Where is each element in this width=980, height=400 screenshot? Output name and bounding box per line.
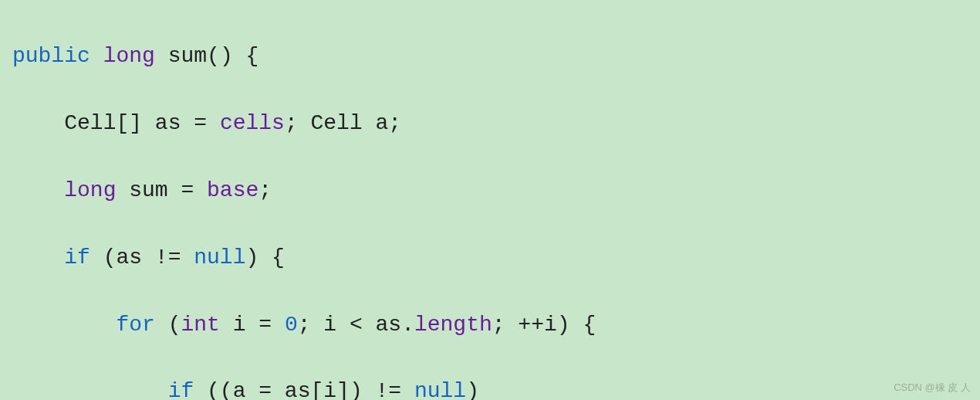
parens: () bbox=[207, 44, 233, 68]
code-line-1: public long sum() { bbox=[12, 39, 968, 73]
function-name: sum bbox=[168, 44, 207, 68]
number-zero: 0 bbox=[285, 313, 298, 337]
keyword-for: for bbox=[116, 313, 154, 337]
watermark: CSDN @橡 皮 人 bbox=[894, 380, 971, 395]
keyword-int: int bbox=[181, 313, 219, 337]
keyword-long: long bbox=[103, 44, 155, 68]
code-block: public long sum() { Cell[] as = cells; C… bbox=[12, 6, 968, 400]
code-line-5: for (int i = 0; i < as.length; ++i) { bbox=[12, 308, 968, 341]
keyword-if: if bbox=[168, 379, 194, 400]
code-line-6: if ((a = as[i]) != null) bbox=[12, 375, 968, 400]
open-brace: { bbox=[233, 44, 259, 68]
code-line-4: if (as != null) { bbox=[12, 241, 968, 274]
code-line-2: Cell[] as = cells; Cell a; bbox=[12, 107, 968, 140]
keyword-null: null bbox=[194, 246, 245, 269]
field-length: length bbox=[414, 313, 492, 337]
field-base: base bbox=[207, 178, 259, 202]
keyword-long: long bbox=[64, 178, 116, 202]
keyword-null: null bbox=[414, 379, 466, 400]
field-cells: cells bbox=[220, 111, 285, 135]
keyword-public: public bbox=[12, 44, 90, 68]
keyword-if: if bbox=[64, 246, 90, 269]
type-cell: Cell bbox=[311, 111, 363, 135]
code-line-3: long sum = base; bbox=[12, 174, 968, 207]
type-cell: Cell bbox=[64, 111, 116, 135]
